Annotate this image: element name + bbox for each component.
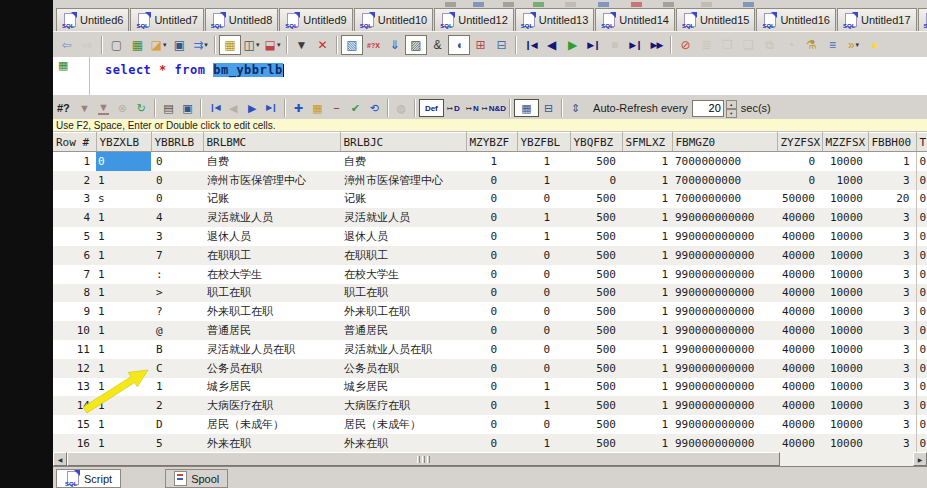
cell-YBZFBL[interactable]: 0 [517, 190, 570, 209]
delete-record-icon[interactable]: − [327, 99, 346, 117]
new-document-icon[interactable]: ▢ [106, 35, 127, 55]
cell-T[interactable]: 0 [916, 152, 927, 171]
cell-YBQFBZ[interactable]: 500 [570, 246, 622, 265]
cell-ZYZFSX[interactable]: 40000 [777, 415, 822, 434]
cell-YBZXLB[interactable]: 1 [96, 340, 151, 359]
substitution-variables-icon[interactable]: ◖ [448, 35, 470, 55]
cell-T[interactable]: 0 [916, 378, 927, 397]
sort-filter-icon[interactable]: ▼ [75, 99, 94, 117]
open-file-icon[interactable]: ◪▾ [148, 35, 169, 55]
cell-MZZFSX[interactable]: 10000 [822, 246, 868, 265]
print-icon[interactable]: ▤ [159, 99, 178, 117]
cell-BRLBJC[interactable]: 退休人员 [340, 227, 466, 246]
auto-refresh-interval-input[interactable] [692, 100, 724, 117]
ampersand-icon[interactable]: & [427, 35, 448, 55]
cell-MZZFSX[interactable]: 1000 [822, 171, 868, 190]
cell-T[interactable]: 0 [916, 359, 927, 378]
cell-YBQFBZ[interactable]: 500 [570, 152, 622, 171]
run-last-icon[interactable]: ▶▶ [646, 35, 667, 55]
cell-FBBH00[interactable]: 3 [868, 171, 916, 190]
cell-rownum[interactable]: 4 [53, 208, 96, 227]
cell-YBQFBZ[interactable]: 500 [570, 378, 622, 397]
cell-ZYZFSX[interactable]: 40000 [777, 359, 822, 378]
cell-YBQFBZ[interactable]: 500 [570, 190, 622, 209]
cell-SFMLXZ[interactable]: 1 [622, 302, 672, 321]
post-changes-icon[interactable]: ✔ [346, 99, 365, 117]
cell-rownum[interactable]: 11 [53, 340, 96, 359]
filter-icon[interactable]: ▼ [291, 35, 312, 55]
cell-YBBRLB[interactable]: 0 [151, 190, 203, 209]
cell-BRLBJC[interactable]: 职工在职 [340, 284, 466, 303]
sql-inspector-label[interactable]: #? [57, 102, 70, 114]
cell-ZYZFSX[interactable]: 40000 [777, 396, 822, 415]
column-header-YBZXLB[interactable]: YBZXLB [96, 133, 151, 152]
cell-YBBRLB[interactable]: 0 [151, 171, 203, 190]
cell-YBZFBL[interactable]: 1 [517, 378, 570, 397]
date-format-icon[interactable]: ↦D [444, 99, 463, 117]
cell-MZYBZF[interactable]: 0 [466, 321, 517, 340]
cell-rownum[interactable]: 3 [53, 190, 96, 209]
cell-YBZFBL[interactable]: 0 [517, 265, 570, 284]
tab-untitled12[interactable]: SQLUntitled12 [434, 8, 514, 31]
spinner-down-icon[interactable]: ▼ [726, 109, 737, 118]
cell-rownum[interactable]: 8 [53, 284, 96, 303]
cell-YBZFBL[interactable]: 1 [517, 434, 570, 452]
edit-popup-icon[interactable]: ⧉ [759, 35, 780, 55]
cell-YBZXLB[interactable]: s [96, 190, 151, 209]
break-icon[interactable]: ⊘ [675, 35, 696, 55]
cell-SFMLXZ[interactable]: 1 [622, 340, 672, 359]
cell-YBBRLB[interactable]: 3 [151, 227, 203, 246]
cell-FBMGZ0[interactable]: 990000000000 [672, 227, 777, 246]
cell-MZYBZF[interactable]: 0 [466, 227, 517, 246]
preferences-icon[interactable]: ◔ [780, 35, 801, 55]
insert-record-icon[interactable]: ✚ [289, 99, 308, 117]
cell-YBBRLB[interactable]: > [151, 284, 203, 303]
cell-T[interactable]: 0 [916, 227, 927, 246]
copy-special-icon[interactable]: ❐ [717, 35, 738, 55]
cell-MZZFSX[interactable]: 10000 [822, 208, 868, 227]
cell-YBZXLB[interactable]: 1 [96, 284, 151, 303]
cell-FBMGZ0[interactable]: 990000000000 [672, 340, 777, 359]
cell-BRLBMC[interactable]: 在职职工 [203, 246, 340, 265]
interval-spinner[interactable]: ▲ ▼ [726, 100, 737, 117]
cell-SFMLXZ[interactable]: 1 [622, 208, 672, 227]
cell-ZYZFSX[interactable]: 40000 [777, 302, 822, 321]
cell-MZYBZF[interactable]: 0 [466, 190, 517, 209]
last-record-icon[interactable]: ▶❙ [262, 99, 281, 117]
column-header-YBZFBL[interactable]: YBZFBL [517, 133, 570, 152]
cell-T[interactable]: 0 [916, 246, 927, 265]
cell-FBBH00[interactable]: 3 [868, 434, 916, 452]
cell-MZZFSX[interactable]: 10000 [822, 396, 868, 415]
column-header-T[interactable]: T [916, 133, 927, 152]
new-object-icon[interactable]: ▦ [127, 35, 148, 55]
cell-FBBH00[interactable]: 3 [868, 246, 916, 265]
cell-BRLBMC[interactable]: 城乡居民 [203, 378, 340, 397]
cell-SFMLXZ[interactable]: 1 [622, 227, 672, 246]
dropdown-arrow-icon[interactable]: ▾ [256, 41, 260, 49]
tab-script[interactable]: SQLScript [56, 469, 121, 488]
cell-BRLBMC[interactable]: 外来在职 [203, 434, 340, 452]
cell-BRLBMC[interactable]: 在校大学生 [203, 265, 340, 284]
next-window-icon[interactable]: »▾ [843, 35, 864, 55]
break-query-icon[interactable]: ⊗ [113, 99, 132, 117]
cell-ZYZFSX[interactable]: 40000 [777, 284, 822, 303]
cell-SFMLXZ[interactable]: 1 [622, 190, 672, 209]
cell-BRLBJC[interactable]: 在校大学生 [340, 265, 466, 284]
cell-ZYZFSX[interactable]: 40000 [777, 246, 822, 265]
cell-SFMLXZ[interactable]: 1 [622, 434, 672, 452]
cell-YBBRLB[interactable]: B [151, 340, 203, 359]
number-date-format-icon[interactable]: ↦N&D [482, 99, 506, 117]
cell-BRLBJC[interactable]: 大病医疗在职 [340, 396, 466, 415]
cell-MZZFSX[interactable]: 10000 [822, 190, 868, 209]
cell-BRLBJC[interactable]: 在职职工 [340, 246, 466, 265]
first-record-icon[interactable]: ❙◀ [205, 99, 224, 117]
dropdown-arrow-icon[interactable]: ▾ [856, 41, 860, 49]
cell-FBBH00[interactable]: 1 [868, 152, 916, 171]
cell-MZYBZF[interactable]: 0 [466, 246, 517, 265]
cell-FBBH00[interactable]: 3 [868, 396, 916, 415]
cell-FBMGZ0[interactable]: 990000000000 [672, 302, 777, 321]
cell-BRLBMC[interactable]: 大病医疗在职 [203, 396, 340, 415]
cell-MZYBZF[interactable]: 0 [466, 171, 517, 190]
record-view-icon[interactable]: ⊟ [539, 99, 558, 117]
save-results-icon[interactable]: ▣ [178, 99, 197, 117]
